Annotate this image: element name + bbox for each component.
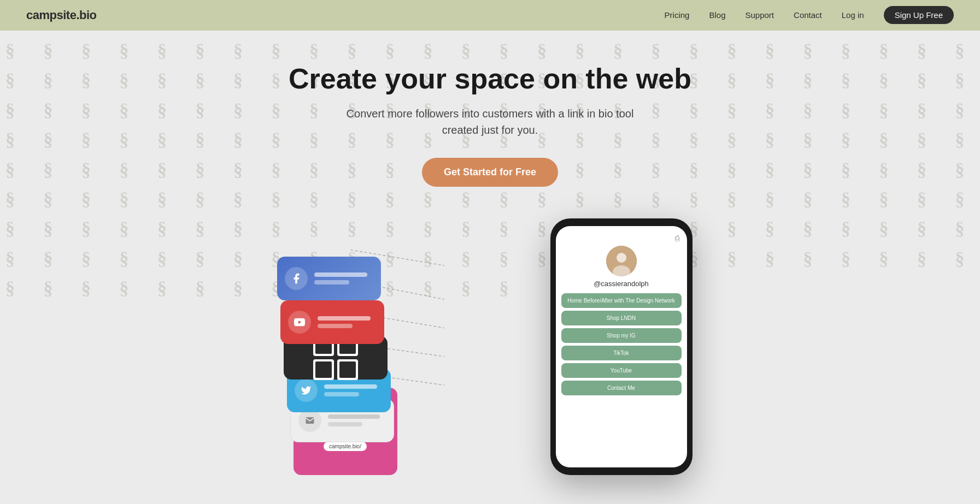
- youtube-card-lines: [318, 316, 377, 328]
- phone-link-1[interactable]: Shop LNDN: [561, 311, 682, 325]
- twitter-card-lines: [324, 384, 383, 396]
- profile-avatar: [606, 246, 637, 276]
- twitter-icon: [295, 379, 318, 402]
- hero-content: Create your space on the web Convert mor…: [289, 31, 691, 187]
- nav-pricing[interactable]: Pricing: [665, 10, 690, 20]
- logo[interactable]: campsite.bio: [26, 8, 96, 22]
- phone-link-list: Home Before/After with The Design Networ…: [561, 293, 682, 395]
- hero-title: Create your space on the web: [289, 63, 691, 94]
- qr-block-4: [337, 359, 358, 380]
- nav-contact[interactable]: Contact: [794, 10, 822, 20]
- cards-stack: campsite.bio/: [277, 246, 386, 475]
- share-icon: ⎙: [675, 234, 679, 242]
- email-icon: [298, 409, 321, 432]
- nav-support[interactable]: Support: [746, 10, 774, 20]
- email-card-lines: [328, 414, 386, 426]
- nav-login[interactable]: Log in: [842, 10, 864, 20]
- facebook-icon: [285, 267, 308, 290]
- phone-link-0[interactable]: Home Before/After with The Design Networ…: [561, 293, 682, 308]
- hero-section: § § § § § § § § § § § § § § § § § § § § …: [0, 31, 980, 504]
- svg-point-9: [617, 253, 626, 263]
- facebook-card: [277, 257, 381, 300]
- youtube-card: [280, 300, 384, 344]
- get-started-button[interactable]: Get Started for Free: [422, 158, 558, 187]
- facebook-card-lines: [314, 272, 373, 284]
- campsite-url-label: campsite.bio/: [324, 442, 367, 451]
- mockup-area: campsite.bio/ ⎙: [244, 213, 736, 475]
- phone-top-bar: ⎙: [561, 234, 682, 246]
- phone-link-3[interactable]: TikTok: [561, 346, 682, 360]
- phone-link-2[interactable]: Shop my IG: [561, 328, 682, 343]
- phone-mockup: ⎙ @cassierandolph Home Before/After with…: [550, 218, 693, 475]
- phone-link-5[interactable]: Contact Me: [561, 381, 682, 395]
- nav-blog[interactable]: Blog: [709, 10, 725, 20]
- nav-links: Pricing Blog Support Contact Log in Sign…: [665, 10, 954, 20]
- hero-subtitle: Convert more followers into customers wi…: [289, 105, 691, 138]
- youtube-icon: [288, 311, 311, 334]
- phone-link-4[interactable]: YouTube: [561, 363, 682, 378]
- phone-screen: ⎙ @cassierandolph Home Before/After with…: [556, 226, 687, 467]
- qr-block-3: [313, 359, 334, 380]
- nav-signup-button[interactable]: Sign Up Free: [884, 6, 954, 24]
- navbar: campsite.bio Pricing Blog Support Contac…: [0, 0, 980, 31]
- profile-username: @cassierandolph: [594, 280, 649, 288]
